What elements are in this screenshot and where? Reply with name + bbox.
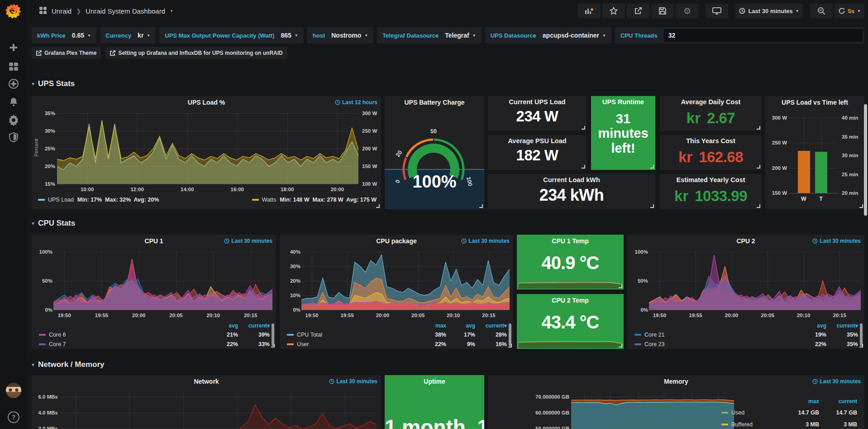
- series-name[interactable]: Used: [731, 410, 744, 416]
- panel-resize-handle[interactable]: [508, 344, 512, 347]
- series-name[interactable]: Core 7: [49, 341, 66, 347]
- panel-resize-handle[interactable]: [582, 165, 585, 169]
- panel-resize-handle[interactable]: [619, 344, 622, 347]
- legend-scrollbar[interactable]: [272, 323, 274, 346]
- panel-resize-handle[interactable]: [619, 284, 622, 288]
- help-icon[interactable]: ?: [8, 411, 19, 423]
- link-ups-monitoring-guide[interactable]: Setting up Grafana and InfluxDB for UPS …: [105, 47, 287, 59]
- panel-time-override[interactable]: Last 30 minutes: [224, 238, 272, 244]
- y-axis-left: 100%50%0%: [34, 252, 52, 310]
- share-button[interactable]: [627, 4, 649, 18]
- variable-value-dropdown[interactable]: 0.65▼: [72, 32, 91, 39]
- y-axis-left: 40%30%20%10%0%: [282, 252, 300, 310]
- legend-sort-max[interactable]: max: [781, 398, 819, 405]
- panel-current-ups-load: Current UPS Load 234 W: [488, 96, 587, 131]
- panel-time-override[interactable]: Last 30 minutes: [329, 378, 377, 385]
- panel-resize-handle[interactable]: [757, 165, 760, 169]
- breadcrumb: Unraid ❯ Unraid System Dashboard ▾: [39, 6, 173, 16]
- section-cpu-stats[interactable]: ▾ CPU Stats: [32, 218, 868, 228]
- legend-item-ups-load[interactable]: UPS Load Min: 17% Max: 32% Avg: 20%: [38, 197, 159, 203]
- time-range-picker[interactable]: Last 30 minutes ▼: [735, 4, 802, 18]
- variable-kwh-price: kWh Price 0.65▼: [32, 27, 96, 43]
- panel-resize-handle[interactable]: [376, 204, 380, 208]
- zoom-out-button[interactable]: [810, 4, 833, 18]
- series-name[interactable]: Core 6: [49, 332, 66, 338]
- user-avatar[interactable]: [6, 383, 21, 398]
- legend-sort-avg[interactable]: avg: [797, 323, 826, 329]
- panel-resize-handle[interactable]: [859, 344, 863, 347]
- breadcrumb-folder[interactable]: Unraid: [52, 7, 72, 15]
- legend-sort-current[interactable]: current▾: [475, 323, 507, 329]
- panel-resize-handle[interactable]: [479, 204, 483, 208]
- series-name[interactable]: Core 23: [644, 341, 664, 347]
- x-axis: 10:0012:0014:0016:0018:0020:00: [57, 187, 358, 193]
- legend-sort-current[interactable]: current▾: [238, 323, 270, 329]
- breadcrumb-caret-icon[interactable]: ▾: [171, 9, 173, 13]
- grafana-logo-icon[interactable]: [4, 2, 23, 21]
- panel-time-override[interactable]: Last 30 minutes: [461, 238, 510, 244]
- panel-resize-handle[interactable]: [650, 165, 654, 169]
- time-range-label: Last 30 minutes: [748, 8, 792, 14]
- link-grafana-plex-theme[interactable]: Grafana Plex Theme: [32, 47, 101, 59]
- panel-resize-handle[interactable]: [271, 344, 275, 347]
- series-name[interactable]: Buffered: [731, 421, 753, 428]
- panel-resize-handle[interactable]: [757, 204, 760, 208]
- dashboards-icon[interactable]: [0, 58, 27, 75]
- save-button[interactable]: [651, 4, 674, 18]
- clock-icon: [812, 379, 818, 384]
- page-scrollbar[interactable]: [864, 104, 867, 216]
- variable-host: host Nostromo▼: [307, 27, 374, 43]
- panel-resize-handle[interactable]: [650, 204, 654, 208]
- server-admin-shield-icon[interactable]: [0, 129, 27, 146]
- refresh-interval-label[interactable]: 5s: [848, 8, 854, 14]
- add-panel-button[interactable]: [578, 4, 601, 18]
- series-name[interactable]: CPU Total: [297, 332, 322, 338]
- panel-resize-handle[interactable]: [859, 204, 863, 208]
- panel-time-override[interactable]: Last 30 minutes: [812, 238, 861, 244]
- alerting-bell-icon[interactable]: [0, 93, 27, 111]
- series-name[interactable]: Core 21: [644, 332, 664, 338]
- panel-time-override[interactable]: Last 12 hours: [335, 99, 377, 106]
- legend-item-watts[interactable]: Watts Min: 148 W Max: 278 W Avg: 175 W: [252, 197, 377, 203]
- x-axis: 19:5019:5520:0020:0520:1020:15: [53, 313, 272, 319]
- panel-title[interactable]: UPS Load %: [32, 96, 381, 108]
- variable-value-dropdown[interactable]: 865▼: [281, 32, 298, 39]
- panel-time-override[interactable]: Last 30 minutes: [812, 378, 861, 385]
- legend-sort-avg[interactable]: avg: [209, 323, 238, 329]
- cpu-threads-input[interactable]: [664, 29, 863, 42]
- star-button[interactable]: [602, 4, 625, 18]
- section-ups-stats[interactable]: ▾ UPS Stats: [32, 79, 868, 89]
- legend-sort-avg[interactable]: avg: [446, 323, 475, 329]
- stat-value: 234 W: [516, 108, 558, 125]
- explore-compass-icon[interactable]: [0, 75, 27, 92]
- legend-scrollbar[interactable]: [860, 323, 863, 346]
- dashboard-submenu: kWh Price 0.65▼ Currency kr▼ UPS Max Out…: [27, 22, 868, 59]
- breadcrumb-dashboard-title[interactable]: Unraid System Dashboard: [86, 7, 165, 15]
- legend-sort-max[interactable]: max: [415, 323, 446, 329]
- legend-scrollbar[interactable]: [509, 323, 511, 346]
- panel-resize-handle[interactable]: [582, 126, 585, 130]
- variable-cpu-threads: CPU Threads: [615, 27, 864, 43]
- create-plus-icon[interactable]: [0, 39, 27, 56]
- panel-title[interactable]: Network: [32, 375, 381, 387]
- chart-cpu1: [53, 252, 272, 310]
- panel-title[interactable]: UPS Load vs Time left: [765, 96, 864, 108]
- series-name[interactable]: User: [297, 341, 309, 347]
- dashboard-settings-gear-icon[interactable]: ⚙: [676, 4, 698, 18]
- configuration-gear-icon[interactable]: [0, 111, 27, 128]
- panel-title[interactable]: Memory: [488, 375, 864, 387]
- variable-value-dropdown[interactable]: Nostromo▼: [331, 32, 368, 39]
- legend-sort-current[interactable]: current: [819, 398, 857, 405]
- y-axis-left: 6.0 MBs4.0 MBs2.0 MBs: [33, 392, 58, 429]
- panel-resize-handle[interactable]: [757, 126, 760, 130]
- panel-cpu1-graph: CPU 1 Last 30 minutes 100%50%0% 19:5019:…: [32, 235, 276, 349]
- section-network-memory[interactable]: ▾ Network / Memory: [32, 360, 868, 370]
- variable-value-dropdown[interactable]: apcupsd-container▼: [543, 32, 606, 39]
- cycle-view-monitor-icon[interactable]: [706, 4, 728, 18]
- legend-sort-current[interactable]: current▾: [826, 323, 858, 329]
- variable-value-dropdown[interactable]: kr▼: [138, 32, 150, 39]
- refresh-interval-caret-icon[interactable]: ▼: [857, 9, 861, 13]
- variable-value-dropdown[interactable]: Telegraf▼: [445, 32, 476, 39]
- refresh-button[interactable]: 5s ▼: [835, 4, 864, 18]
- apps-grid-icon[interactable]: [39, 6, 47, 16]
